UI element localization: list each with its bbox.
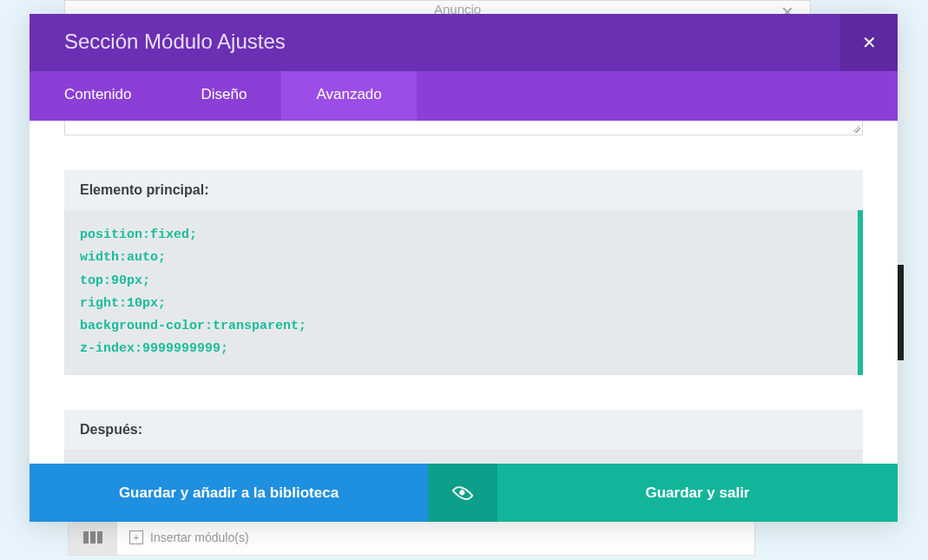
main-element-css-input[interactable]: position:fixed; width:auto; top:90px; ri… xyxy=(64,210,863,375)
insert-module-row[interactable]: + Insertar módulo(s) xyxy=(68,519,755,556)
modal-header: Sección Módulo Ajustes ✕ xyxy=(30,14,898,71)
main-element-label: Elemento principal: xyxy=(64,170,863,210)
modal-title: Sección Módulo Ajustes xyxy=(30,14,320,71)
css-line: right:10px; xyxy=(80,293,842,315)
tab-content[interactable]: Contenido xyxy=(30,71,167,121)
insert-module-label: + Insertar módulo(s) xyxy=(129,530,249,544)
tab-advanced[interactable]: Avanzado xyxy=(281,71,416,121)
close-icon: ✕ xyxy=(862,32,877,53)
css-line: z-index:9999999999; xyxy=(80,338,842,360)
close-button[interactable]: ✕ xyxy=(840,14,898,71)
tab-bar: Contenido Diseño Avanzado xyxy=(30,71,898,121)
modal-body: Elemento principal: position:fixed; widt… xyxy=(30,121,898,464)
columns-icon xyxy=(69,520,117,555)
css-line: top:90px; xyxy=(80,270,842,293)
after-css-input[interactable] xyxy=(64,450,863,464)
modal-footer: Guardar y añadir a la biblioteca Guardar… xyxy=(30,464,898,522)
previous-field-bottom[interactable] xyxy=(64,121,863,135)
after-label: Después: xyxy=(64,410,863,450)
css-line: position:fixed; xyxy=(80,224,842,247)
preview-button[interactable] xyxy=(428,464,497,522)
after-field: Después: xyxy=(64,410,863,464)
settings-modal: Sección Módulo Ajustes ✕ Contenido Diseñ… xyxy=(30,14,898,522)
css-line: width:auto; xyxy=(80,247,842,269)
plus-icon: + xyxy=(129,530,143,544)
tab-design[interactable]: Diseño xyxy=(167,71,282,121)
save-to-library-button[interactable]: Guardar y añadir a la biblioteca xyxy=(30,464,428,522)
eye-icon xyxy=(451,482,473,504)
resize-handle-icon[interactable] xyxy=(853,126,860,133)
save-and-exit-button[interactable]: Guardar y salir xyxy=(497,464,898,522)
main-element-field: Elemento principal: position:fixed; widt… xyxy=(64,170,863,375)
css-line: background-color:transparent; xyxy=(80,315,842,338)
